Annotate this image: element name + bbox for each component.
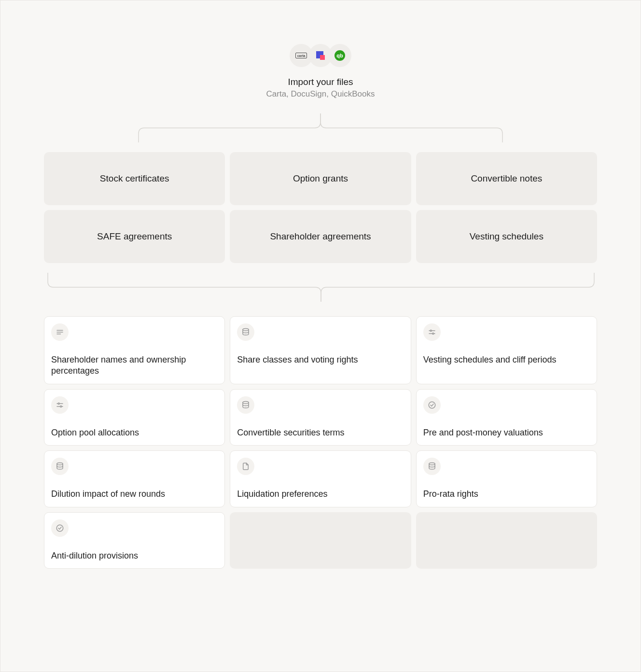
quickbooks-logo-icon: qb — [328, 44, 351, 67]
info-label: Vesting schedules and cliff periods — [423, 354, 590, 365]
extracted-info-grid: Shareholder names and ownership percenta… — [44, 316, 597, 569]
info-card: Convertible securities terms — [230, 389, 411, 446]
info-card: Option pool allocations — [44, 389, 225, 446]
svg-point-15 — [429, 463, 435, 465]
check-circle-icon — [423, 396, 441, 414]
info-card: Dilution impact of new rounds — [44, 450, 225, 507]
info-label: Dilution impact of new rounds — [51, 489, 218, 500]
doc-card: Shareholder agreements — [230, 210, 411, 263]
info-label: Pro-rata rights — [423, 489, 590, 500]
info-label: Option pool allocations — [51, 427, 218, 438]
import-subtitle: Carta, DocuSign, QuickBooks — [44, 89, 597, 99]
svg-point-3 — [243, 329, 249, 331]
lines-icon — [51, 323, 69, 341]
svg-point-16 — [56, 525, 63, 532]
database-icon — [237, 396, 254, 414]
import-title: Import your files — [44, 77, 597, 87]
info-card: Share classes and voting rights — [230, 316, 411, 384]
info-card: Pre and post-money valuations — [416, 389, 597, 446]
info-card: Anti-dilution provisions — [44, 512, 225, 569]
info-card — [230, 512, 411, 569]
check-circle-icon — [51, 519, 69, 537]
info-card: Vesting schedules and cliff periods — [416, 316, 597, 384]
info-label: Convertible securities terms — [237, 427, 404, 438]
svg-point-5 — [430, 330, 432, 332]
connector-bottom-icon — [44, 273, 598, 302]
sliders-icon — [423, 323, 441, 341]
logo-row: carta qb — [44, 44, 597, 67]
database-icon — [423, 458, 441, 475]
doc-card: Vesting schedules — [416, 210, 597, 263]
doc-card: SAFE agreements — [44, 210, 225, 263]
svg-point-9 — [58, 403, 59, 404]
doc-card: Stock certificates — [44, 152, 225, 205]
sliders-icon — [51, 396, 69, 414]
svg-point-11 — [60, 406, 62, 407]
doc-card: Convertible notes — [416, 152, 597, 205]
file-icon — [237, 458, 254, 475]
info-card: Pro-rata rights — [416, 450, 597, 507]
database-icon — [237, 323, 254, 341]
info-label: Share classes and voting rights — [237, 354, 404, 365]
info-label: Liquidation preferences — [237, 489, 404, 500]
info-label: Pre and post-money valuations — [423, 427, 590, 438]
connector-top-icon — [135, 113, 506, 142]
svg-point-14 — [57, 463, 63, 465]
import-header: carta qb Import your files Carta, DocuSi… — [44, 44, 597, 99]
info-label: Shareholder names and ownership percenta… — [51, 354, 218, 377]
info-card: Liquidation preferences — [230, 450, 411, 507]
svg-point-12 — [243, 401, 249, 404]
info-card: Shareholder names and ownership percenta… — [44, 316, 225, 384]
info-card — [416, 512, 597, 569]
svg-point-13 — [429, 402, 435, 408]
database-icon — [51, 458, 69, 475]
svg-point-7 — [432, 333, 433, 335]
info-label: Anti-dilution provisions — [51, 550, 218, 561]
doc-types-grid: Stock certificates Option grants Convert… — [44, 152, 597, 263]
doc-card: Option grants — [230, 152, 411, 205]
